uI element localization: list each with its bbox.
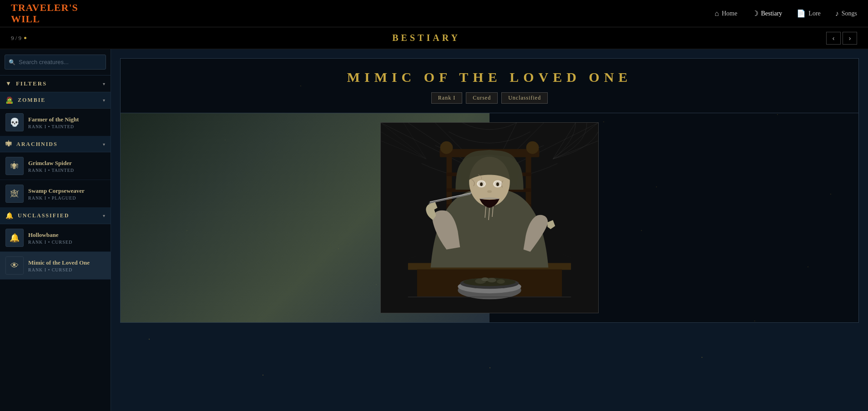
creature-svg xyxy=(381,123,598,313)
search-container: 🔍 xyxy=(0,49,111,75)
star-dot xyxy=(490,367,490,368)
unclassified-chevron: ▾ xyxy=(103,213,105,218)
creature-tags: Rank I Cursed Unclassified xyxy=(130,92,849,104)
tag-cursed: Cursed xyxy=(466,92,498,104)
nav-lore[interactable]: 📄 Lore xyxy=(797,9,820,18)
nav-songs[interactable]: ♪ Songs xyxy=(835,10,857,18)
main-content: MIMIC OF THE LOVED ONE Rank I Cursed Unc… xyxy=(111,49,868,411)
nav-home[interactable]: ⌂ Home xyxy=(715,10,737,18)
creature-card-body xyxy=(121,113,858,322)
prev-page-button[interactable]: ‹ xyxy=(826,32,841,45)
home-icon: ⌂ xyxy=(715,10,719,18)
tag-rank: Rank I xyxy=(431,92,462,104)
svg-point-22 xyxy=(487,278,496,282)
svg-point-11 xyxy=(526,141,539,154)
nav-bestiary[interactable]: ☽ Bestiary xyxy=(752,9,782,18)
creature-card-header: MIMIC OF THE LOVED ONE Rank I Cursed Unc… xyxy=(121,59,858,113)
creature-illustration xyxy=(380,122,599,313)
category-zombie[interactable]: 🧟 ZOMBIE ▾ xyxy=(0,92,111,109)
content-inner: MIMIC OF THE LOVED ONE Rank I Cursed Unc… xyxy=(111,49,868,341)
arachnids-icon: 🕷 xyxy=(5,140,13,148)
tag-unclassified: Unclassified xyxy=(501,92,548,104)
filters-chevron: ▾ xyxy=(103,81,105,86)
header-bar: 9 / 9 BESTIARY ‹ › xyxy=(0,27,868,49)
page-title: BESTIARY xyxy=(392,33,460,43)
creature-item-swamp[interactable]: 🕸 Swamp Corpseweaver RANK I • PLAGUED xyxy=(0,180,111,208)
search-wrapper: 🔍 xyxy=(5,55,106,70)
creature-meta-farmer: RANK I • TAINTED xyxy=(28,124,105,129)
creature-name-swamp: Swamp Corpseweaver xyxy=(28,187,105,195)
next-page-button[interactable]: › xyxy=(843,32,857,45)
lore-icon: 📄 xyxy=(797,9,806,18)
pagination-arrows: ‹ › xyxy=(826,32,857,45)
creature-item-mimic[interactable]: 👁 Mimic of the Loved One RANK I • CURSED xyxy=(0,252,111,280)
creature-name-hollowbane: Hollowbane xyxy=(28,231,105,239)
zombie-icon: 🧟 xyxy=(5,96,14,104)
main-layout: 🔍 ▼ FILTERS ▾ 🧟 ZOMBIE ▾ 💀 Farmer of the… xyxy=(0,49,868,411)
creature-thumb-hollowbane: 🔔 xyxy=(5,229,24,247)
svg-point-32 xyxy=(487,190,492,193)
dot-indicator xyxy=(24,37,26,39)
creature-item-hollowbane[interactable]: 🔔 Hollowbane RANK I • CURSED xyxy=(0,224,111,252)
category-unclassified[interactable]: 🔔 UNCLASSIFIED ▾ xyxy=(0,208,111,224)
creature-thumb-swamp: 🕸 xyxy=(5,185,24,203)
songs-icon: ♪ xyxy=(835,10,839,18)
page-counter: 9 / 9 xyxy=(11,35,26,42)
arachnids-chevron: ▾ xyxy=(103,142,105,147)
creature-name-grimclaw: Grimclaw Spider xyxy=(28,160,105,167)
svg-point-10 xyxy=(440,141,453,154)
star-dot xyxy=(701,357,702,358)
filters-toggle[interactable]: ▼ FILTERS ▾ xyxy=(0,75,111,92)
star-dot xyxy=(262,375,263,376)
creature-meta-swamp: RANK I • PLAGUED xyxy=(28,195,105,200)
creature-meta-mimic: RANK I • CURSED xyxy=(28,267,105,272)
creature-item-farmer[interactable]: 💀 Farmer of the Night RANK I • TAINTED xyxy=(0,109,111,136)
top-nav: TRAVELER'S WILL ⌂ Home ☽ Bestiary 📄 Lore… xyxy=(0,0,868,27)
bestiary-icon: ☽ xyxy=(752,9,758,18)
svg-point-24 xyxy=(481,277,489,281)
svg-point-23 xyxy=(497,279,505,284)
creature-meta-grimclaw: RANK I • TAINTED xyxy=(28,168,105,173)
unclassified-icon: 🔔 xyxy=(5,212,14,220)
creature-item-grimclaw[interactable]: 🕷 Grimclaw Spider RANK I • TAINTED xyxy=(0,152,111,180)
creature-card-title: MIMIC OF THE LOVED ONE xyxy=(130,70,849,85)
creature-thumb-grimclaw: 🕷 xyxy=(5,157,24,175)
category-arachnids[interactable]: 🕷 ARACHNIDS ▾ xyxy=(0,136,111,152)
svg-point-30 xyxy=(480,182,483,186)
search-input[interactable] xyxy=(5,55,106,70)
zombie-chevron: ▾ xyxy=(103,98,105,103)
nav-links: ⌂ Home ☽ Bestiary 📄 Lore ♪ Songs xyxy=(715,9,857,18)
creature-meta-hollowbane: RANK I • CURSED xyxy=(28,240,105,245)
filter-icon: ▼ xyxy=(5,80,12,87)
search-icon: 🔍 xyxy=(9,59,15,65)
creature-name-farmer: Farmer of the Night xyxy=(28,116,105,123)
sidebar: 🔍 ▼ FILTERS ▾ 🧟 ZOMBIE ▾ 💀 Farmer of the… xyxy=(0,49,111,411)
creature-thumb-mimic: 👁 xyxy=(5,256,24,275)
svg-point-31 xyxy=(496,182,499,186)
app-logo: TRAVELER'S WILL xyxy=(11,2,78,24)
creature-thumb-farmer: 💀 xyxy=(5,113,24,131)
creature-name-mimic: Mimic of the Loved One xyxy=(28,259,105,266)
creature-card: MIMIC OF THE LOVED ONE Rank I Cursed Unc… xyxy=(120,58,859,323)
